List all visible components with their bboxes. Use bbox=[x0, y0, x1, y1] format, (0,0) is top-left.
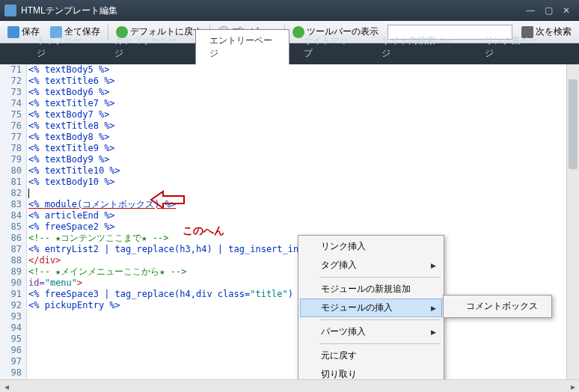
window-title: HTMLテンプレート編集 bbox=[21, 4, 522, 17]
menu-item-label: モジュールの新規追加 bbox=[321, 283, 411, 295]
minimize-button[interactable]: — bbox=[522, 4, 539, 17]
code-line[interactable]: <% textBody8 %> bbox=[28, 132, 579, 143]
save-icon bbox=[7, 26, 19, 38]
context-submenu: コメントボックス bbox=[443, 295, 552, 318]
app-icon bbox=[4, 4, 16, 16]
vertical-scrollbar[interactable] bbox=[566, 64, 579, 379]
tab-トップページ[interactable]: トップページ bbox=[22, 29, 100, 64]
close-button[interactable]: ✕ bbox=[558, 4, 575, 17]
code-line[interactable]: <% textBody10 %> bbox=[28, 177, 579, 188]
tab-サイト内検索ページ[interactable]: サイト内検索ページ bbox=[367, 29, 470, 64]
menu-separator bbox=[319, 343, 441, 344]
tab-エントリーページ[interactable]: エントリーページ bbox=[195, 29, 290, 64]
code-line[interactable]: <% module(コメントボックス) %> bbox=[28, 199, 579, 210]
code-line[interactable]: <% textTitle8 %> bbox=[28, 120, 579, 132]
code-editor[interactable]: 7172737475767778798081828384858687888990… bbox=[0, 64, 579, 379]
code-line[interactable]: <% textBody7 %> bbox=[28, 109, 579, 120]
scroll-track[interactable] bbox=[13, 380, 566, 392]
window-controls: — ▢ ✕ bbox=[522, 4, 575, 17]
code-line[interactable]: <% textBody5 %> bbox=[28, 64, 579, 76]
menu-item-パーツ挿入[interactable]: パーツ挿入▶ bbox=[300, 322, 442, 341]
menu-item-label: モジュールの挿入 bbox=[321, 301, 393, 314]
horizontal-scrollbar[interactable]: ◂ ▸ bbox=[0, 379, 579, 392]
menu-item-タグ挿入[interactable]: タグ挿入▶ bbox=[300, 256, 442, 275]
submenu-arrow-icon: ▶ bbox=[431, 304, 436, 312]
menu-item-label: タグ挿入 bbox=[321, 259, 357, 272]
tab-サイトマップ[interactable]: サイトマップ bbox=[290, 29, 367, 64]
menu-item-元に戻す[interactable]: 元に戻す bbox=[300, 346, 442, 365]
title-bar: HTMLテンプレート編集 — ▢ ✕ bbox=[0, 0, 579, 21]
scroll-thumb[interactable] bbox=[569, 79, 578, 169]
submenu-item-コメントボックス[interactable]: コメントボックス bbox=[445, 297, 550, 316]
menu-item-label: 切り取り bbox=[321, 368, 357, 379]
menu-item-モジュールの新規追加[interactable]: モジュールの新規追加 bbox=[300, 280, 442, 298]
context-menu: リンク挿入タグ挿入▶モジュールの新規追加モジュールの挿入▶パーツ挿入▶元に戻す切… bbox=[298, 235, 444, 379]
menu-item-label: 元に戻す bbox=[321, 349, 357, 362]
annotation-text: このへん bbox=[183, 224, 224, 238]
menu-separator bbox=[319, 277, 441, 278]
line-number-gutter: 7172737475767778798081828384858687888990… bbox=[0, 64, 27, 379]
code-line[interactable]: <% textTitle10 %> bbox=[28, 165, 579, 177]
scroll-left-button[interactable]: ◂ bbox=[0, 380, 13, 392]
code-line[interactable]: <% textTitle9 %> bbox=[28, 143, 579, 154]
code-line[interactable]: <% textTitle6 %> bbox=[28, 76, 579, 87]
menu-item-リンク挿入[interactable]: リンク挿入 bbox=[300, 237, 442, 256]
menu-item-モジュールの挿入[interactable]: モジュールの挿入▶ bbox=[300, 298, 442, 317]
maximize-button[interactable]: ▢ bbox=[540, 4, 557, 17]
code-line[interactable]: <% textBody9 %> bbox=[28, 154, 579, 165]
code-line[interactable] bbox=[28, 188, 579, 199]
menu-item-label: パーツ挿入 bbox=[321, 325, 366, 338]
tab-リンク集ページ[interactable]: リンク集ページ bbox=[471, 29, 557, 64]
code-line[interactable]: <% freeSpace2 %> bbox=[28, 221, 579, 233]
submenu-arrow-icon: ▶ bbox=[431, 328, 436, 336]
tab-bar: トップページカテゴリーページエントリーページサイトマップサイト内検索ページリンク… bbox=[0, 43, 579, 64]
scroll-right-button[interactable]: ▸ bbox=[566, 380, 579, 392]
menu-separator bbox=[319, 319, 441, 320]
menu-item-label: リンク挿入 bbox=[321, 240, 366, 253]
code-line[interactable]: <% articleEnd %> bbox=[28, 210, 579, 221]
submenu-arrow-icon: ▶ bbox=[431, 262, 436, 269]
menu-item-切り取り[interactable]: 切り取り bbox=[300, 365, 442, 379]
tab-カテゴリーページ[interactable]: カテゴリーページ bbox=[100, 29, 194, 64]
code-line[interactable]: <% textTitle7 %> bbox=[28, 98, 579, 109]
code-line[interactable]: <% textBody6 %> bbox=[28, 87, 579, 98]
